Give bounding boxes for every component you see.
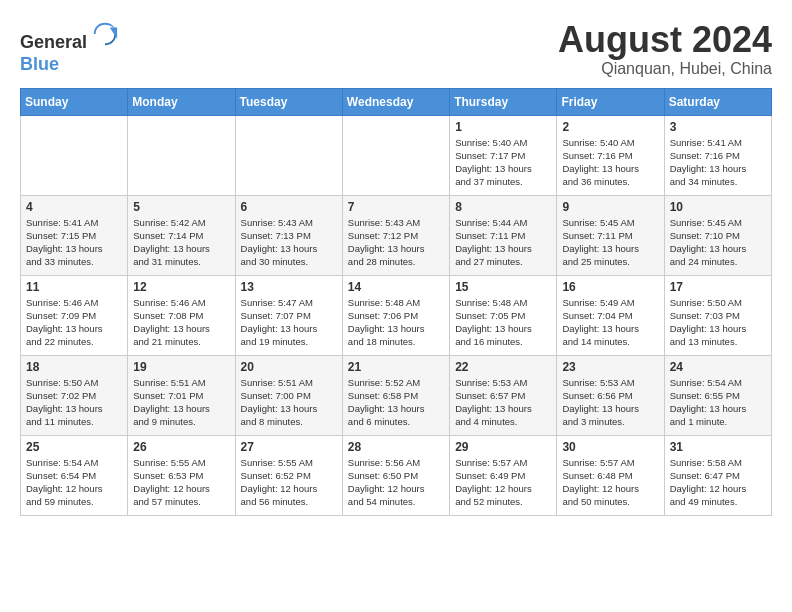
calendar-cell: 19Sunrise: 5:51 AM Sunset: 7:01 PM Dayli… [128, 355, 235, 435]
calendar-cell [235, 115, 342, 195]
calendar-cell: 27Sunrise: 5:55 AM Sunset: 6:52 PM Dayli… [235, 435, 342, 515]
day-info: Sunrise: 5:55 AM Sunset: 6:52 PM Dayligh… [241, 456, 337, 509]
day-info: Sunrise: 5:50 AM Sunset: 7:02 PM Dayligh… [26, 376, 122, 429]
day-info: Sunrise: 5:51 AM Sunset: 7:01 PM Dayligh… [133, 376, 229, 429]
day-info: Sunrise: 5:46 AM Sunset: 7:08 PM Dayligh… [133, 296, 229, 349]
day-info: Sunrise: 5:49 AM Sunset: 7:04 PM Dayligh… [562, 296, 658, 349]
day-number: 31 [670, 440, 766, 454]
calendar-cell: 24Sunrise: 5:54 AM Sunset: 6:55 PM Dayli… [664, 355, 771, 435]
calendar-table: SundayMondayTuesdayWednesdayThursdayFrid… [20, 88, 772, 516]
calendar-cell: 30Sunrise: 5:57 AM Sunset: 6:48 PM Dayli… [557, 435, 664, 515]
day-info: Sunrise: 5:56 AM Sunset: 6:50 PM Dayligh… [348, 456, 444, 509]
calendar-cell: 31Sunrise: 5:58 AM Sunset: 6:47 PM Dayli… [664, 435, 771, 515]
calendar-cell [128, 115, 235, 195]
calendar-cell: 18Sunrise: 5:50 AM Sunset: 7:02 PM Dayli… [21, 355, 128, 435]
day-number: 6 [241, 200, 337, 214]
day-info: Sunrise: 5:41 AM Sunset: 7:15 PM Dayligh… [26, 216, 122, 269]
day-number: 18 [26, 360, 122, 374]
calendar-cell: 22Sunrise: 5:53 AM Sunset: 6:57 PM Dayli… [450, 355, 557, 435]
day-info: Sunrise: 5:58 AM Sunset: 6:47 PM Dayligh… [670, 456, 766, 509]
month-year: August 2024 [558, 20, 772, 60]
day-info: Sunrise: 5:55 AM Sunset: 6:53 PM Dayligh… [133, 456, 229, 509]
day-info: Sunrise: 5:47 AM Sunset: 7:07 PM Dayligh… [241, 296, 337, 349]
calendar-cell: 2Sunrise: 5:40 AM Sunset: 7:16 PM Daylig… [557, 115, 664, 195]
svg-marker-0 [110, 27, 117, 38]
day-number: 12 [133, 280, 229, 294]
day-number: 3 [670, 120, 766, 134]
day-info: Sunrise: 5:42 AM Sunset: 7:14 PM Dayligh… [133, 216, 229, 269]
day-number: 13 [241, 280, 337, 294]
calendar-cell: 12Sunrise: 5:46 AM Sunset: 7:08 PM Dayli… [128, 275, 235, 355]
logo-general: General [20, 32, 87, 52]
calendar-cell: 13Sunrise: 5:47 AM Sunset: 7:07 PM Dayli… [235, 275, 342, 355]
day-number: 26 [133, 440, 229, 454]
weekday-header-sunday: Sunday [21, 88, 128, 115]
day-info: Sunrise: 5:40 AM Sunset: 7:16 PM Dayligh… [562, 136, 658, 189]
day-info: Sunrise: 5:40 AM Sunset: 7:17 PM Dayligh… [455, 136, 551, 189]
weekday-header-wednesday: Wednesday [342, 88, 449, 115]
page-header: General Blue August 2024 Qianquan, Hubei… [20, 20, 772, 78]
day-number: 22 [455, 360, 551, 374]
calendar-cell [342, 115, 449, 195]
day-info: Sunrise: 5:53 AM Sunset: 6:56 PM Dayligh… [562, 376, 658, 429]
day-info: Sunrise: 5:53 AM Sunset: 6:57 PM Dayligh… [455, 376, 551, 429]
week-row-5: 25Sunrise: 5:54 AM Sunset: 6:54 PM Dayli… [21, 435, 772, 515]
day-number: 28 [348, 440, 444, 454]
weekday-header-row: SundayMondayTuesdayWednesdayThursdayFrid… [21, 88, 772, 115]
calendar-cell: 20Sunrise: 5:51 AM Sunset: 7:00 PM Dayli… [235, 355, 342, 435]
day-number: 15 [455, 280, 551, 294]
day-info: Sunrise: 5:41 AM Sunset: 7:16 PM Dayligh… [670, 136, 766, 189]
calendar-cell: 15Sunrise: 5:48 AM Sunset: 7:05 PM Dayli… [450, 275, 557, 355]
calendar-cell [21, 115, 128, 195]
day-info: Sunrise: 5:43 AM Sunset: 7:13 PM Dayligh… [241, 216, 337, 269]
day-number: 27 [241, 440, 337, 454]
day-info: Sunrise: 5:48 AM Sunset: 7:06 PM Dayligh… [348, 296, 444, 349]
day-number: 19 [133, 360, 229, 374]
calendar-cell: 23Sunrise: 5:53 AM Sunset: 6:56 PM Dayli… [557, 355, 664, 435]
calendar-cell: 16Sunrise: 5:49 AM Sunset: 7:04 PM Dayli… [557, 275, 664, 355]
calendar-cell: 14Sunrise: 5:48 AM Sunset: 7:06 PM Dayli… [342, 275, 449, 355]
day-info: Sunrise: 5:54 AM Sunset: 6:54 PM Dayligh… [26, 456, 122, 509]
day-number: 9 [562, 200, 658, 214]
calendar-cell: 28Sunrise: 5:56 AM Sunset: 6:50 PM Dayli… [342, 435, 449, 515]
calendar-cell: 6Sunrise: 5:43 AM Sunset: 7:13 PM Daylig… [235, 195, 342, 275]
day-number: 1 [455, 120, 551, 134]
calendar-cell: 7Sunrise: 5:43 AM Sunset: 7:12 PM Daylig… [342, 195, 449, 275]
title-block: August 2024 Qianquan, Hubei, China [558, 20, 772, 78]
week-row-2: 4Sunrise: 5:41 AM Sunset: 7:15 PM Daylig… [21, 195, 772, 275]
calendar-cell: 5Sunrise: 5:42 AM Sunset: 7:14 PM Daylig… [128, 195, 235, 275]
day-info: Sunrise: 5:45 AM Sunset: 7:10 PM Dayligh… [670, 216, 766, 269]
logo-blue: Blue [20, 54, 59, 74]
calendar-cell: 1Sunrise: 5:40 AM Sunset: 7:17 PM Daylig… [450, 115, 557, 195]
calendar-cell: 17Sunrise: 5:50 AM Sunset: 7:03 PM Dayli… [664, 275, 771, 355]
calendar-cell: 29Sunrise: 5:57 AM Sunset: 6:49 PM Dayli… [450, 435, 557, 515]
calendar-cell: 21Sunrise: 5:52 AM Sunset: 6:58 PM Dayli… [342, 355, 449, 435]
day-info: Sunrise: 5:48 AM Sunset: 7:05 PM Dayligh… [455, 296, 551, 349]
calendar-cell: 26Sunrise: 5:55 AM Sunset: 6:53 PM Dayli… [128, 435, 235, 515]
calendar-cell: 10Sunrise: 5:45 AM Sunset: 7:10 PM Dayli… [664, 195, 771, 275]
weekday-header-tuesday: Tuesday [235, 88, 342, 115]
day-number: 21 [348, 360, 444, 374]
day-number: 24 [670, 360, 766, 374]
day-number: 5 [133, 200, 229, 214]
calendar-cell: 25Sunrise: 5:54 AM Sunset: 6:54 PM Dayli… [21, 435, 128, 515]
day-info: Sunrise: 5:51 AM Sunset: 7:00 PM Dayligh… [241, 376, 337, 429]
day-number: 20 [241, 360, 337, 374]
day-number: 11 [26, 280, 122, 294]
day-info: Sunrise: 5:44 AM Sunset: 7:11 PM Dayligh… [455, 216, 551, 269]
day-number: 2 [562, 120, 658, 134]
location: Qianquan, Hubei, China [558, 60, 772, 78]
day-info: Sunrise: 5:50 AM Sunset: 7:03 PM Dayligh… [670, 296, 766, 349]
calendar-cell: 4Sunrise: 5:41 AM Sunset: 7:15 PM Daylig… [21, 195, 128, 275]
day-info: Sunrise: 5:45 AM Sunset: 7:11 PM Dayligh… [562, 216, 658, 269]
day-number: 14 [348, 280, 444, 294]
day-number: 17 [670, 280, 766, 294]
day-info: Sunrise: 5:54 AM Sunset: 6:55 PM Dayligh… [670, 376, 766, 429]
weekday-header-monday: Monday [128, 88, 235, 115]
day-number: 16 [562, 280, 658, 294]
logo-icon [91, 20, 119, 48]
week-row-4: 18Sunrise: 5:50 AM Sunset: 7:02 PM Dayli… [21, 355, 772, 435]
day-number: 29 [455, 440, 551, 454]
calendar-cell: 3Sunrise: 5:41 AM Sunset: 7:16 PM Daylig… [664, 115, 771, 195]
calendar-cell: 11Sunrise: 5:46 AM Sunset: 7:09 PM Dayli… [21, 275, 128, 355]
